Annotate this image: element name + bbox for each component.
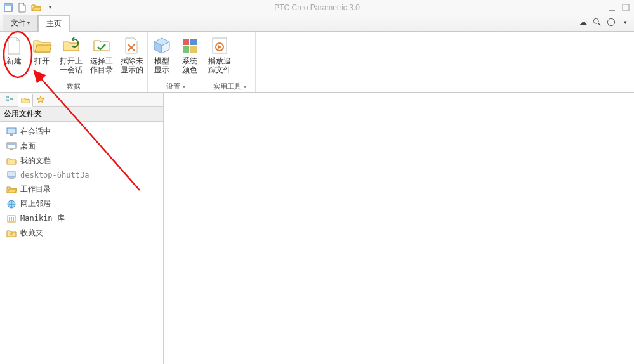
svg-rect-21 bbox=[8, 172, 15, 177]
tree-item-network[interactable]: 网上邻居 bbox=[4, 197, 159, 211]
qat-new-window-icon[interactable] bbox=[3, 2, 14, 13]
svg-rect-19 bbox=[7, 143, 16, 145]
svg-rect-20 bbox=[10, 149, 13, 150]
open-last-session-label: 打开上 一会话 bbox=[60, 57, 83, 75]
maximize-icon[interactable] bbox=[621, 3, 630, 12]
svg-point-4 bbox=[593, 18, 598, 23]
tree-item-favorites[interactable]: 收藏夹 bbox=[4, 226, 159, 240]
minimize-icon[interactable] bbox=[607, 3, 616, 12]
erase-label: 拭除未 显示的 bbox=[121, 57, 143, 75]
tree-item-label: 在会话中 bbox=[20, 126, 51, 137]
new-button[interactable]: 新建 bbox=[0, 34, 28, 81]
model-display-button[interactable]: 模型 显示 bbox=[148, 34, 176, 81]
user-dropdown-icon[interactable] bbox=[606, 17, 616, 27]
svg-rect-17 bbox=[10, 134, 13, 136]
caret-down-icon: ▾ bbox=[244, 84, 246, 89]
sidebar-header: 公用文件夹 bbox=[0, 107, 163, 122]
open-folder-icon bbox=[32, 36, 52, 56]
more-caret-icon[interactable]: ▾ bbox=[620, 17, 630, 27]
open-last-session-icon bbox=[61, 36, 81, 56]
erase-not-displayed-button[interactable]: 拭除未 显示的 bbox=[117, 34, 147, 81]
caret-down-icon: ▾ bbox=[183, 84, 185, 89]
window-controls bbox=[607, 3, 634, 12]
sidebar-tab-folders[interactable] bbox=[18, 94, 33, 107]
tab-file[interactable]: 文件 ▾ bbox=[3, 15, 38, 31]
system-colors-button[interactable]: 系统 颜色 bbox=[176, 34, 204, 81]
model-display-icon bbox=[152, 36, 172, 56]
svg-line-5 bbox=[598, 23, 601, 26]
svg-rect-25 bbox=[9, 217, 10, 221]
svg-rect-15 bbox=[10, 98, 13, 100]
monitor-icon bbox=[6, 127, 17, 137]
main-area: 公用文件夹 在会话中 桌面 我的文档 desktop-6hutt3a 工作目录 bbox=[0, 93, 634, 364]
svg-rect-8 bbox=[190, 39, 197, 45]
tab-home[interactable]: 主页 bbox=[38, 15, 70, 32]
tree-item-my-documents[interactable]: 我的文档 bbox=[4, 153, 159, 168]
desktop-icon bbox=[6, 141, 17, 152]
qat-new-file-icon[interactable] bbox=[17, 2, 28, 13]
qat-dropdown-caret-icon[interactable]: ▾ bbox=[44, 2, 56, 13]
svg-rect-7 bbox=[183, 39, 189, 45]
ribbon-group-data-label: 数据 bbox=[0, 81, 147, 92]
sidebar-tabs bbox=[0, 93, 163, 107]
play-trail-icon bbox=[209, 36, 230, 56]
tree-item-label: desktop-6hutt3a bbox=[20, 171, 89, 179]
svg-rect-16 bbox=[7, 128, 16, 134]
title-bar: ▾ PTC Creo Parametric 3.0 bbox=[0, 0, 634, 15]
svg-rect-26 bbox=[11, 217, 12, 221]
network-icon bbox=[6, 199, 17, 209]
tree-item-desktop[interactable]: 桌面 bbox=[4, 139, 159, 153]
svg-rect-3 bbox=[623, 4, 629, 11]
tree-item-label: Manikin 库 bbox=[20, 213, 65, 224]
ribbon-tabstrip: 文件 ▾ 主页 ☁ ▾ bbox=[0, 15, 634, 32]
erase-icon bbox=[122, 36, 142, 56]
tree-item-label: 网上邻居 bbox=[20, 198, 51, 209]
svg-rect-13 bbox=[6, 96, 9, 98]
favorites-icon bbox=[6, 228, 17, 238]
svg-point-6 bbox=[607, 18, 614, 25]
svg-rect-10 bbox=[190, 46, 197, 53]
tree-item-label: 收藏夹 bbox=[20, 228, 43, 238]
ribbon-group-settings: 模型 显示 系统 颜色 设置▾ bbox=[148, 32, 204, 92]
open-last-session-button[interactable]: 打开上 一会话 bbox=[56, 34, 86, 81]
svg-rect-14 bbox=[6, 100, 9, 101]
cloud-icon[interactable]: ☁ bbox=[578, 17, 588, 27]
svg-rect-1 bbox=[4, 4, 12, 6]
svg-rect-22 bbox=[9, 178, 14, 179]
sidebar-tab-tree[interactable] bbox=[3, 93, 18, 106]
content-pane bbox=[164, 93, 634, 364]
sidebar: 公用文件夹 在会话中 桌面 我的文档 desktop-6hutt3a 工作目录 bbox=[0, 93, 164, 364]
quick-access-toolbar: ▾ bbox=[0, 2, 58, 13]
tree-item-computer[interactable]: desktop-6hutt3a bbox=[4, 168, 159, 182]
system-colors-icon bbox=[180, 36, 200, 56]
caret-down-icon: ▾ bbox=[27, 20, 30, 26]
tree-item-working-dir[interactable]: 工作目录 bbox=[4, 182, 159, 197]
app-title: PTC Creo Parametric 3.0 bbox=[274, 3, 360, 12]
tree-item-label: 我的文档 bbox=[20, 155, 51, 166]
new-file-icon bbox=[4, 36, 24, 56]
ribbon-group-utilities: 播放追 踪文件 实用工具▾ bbox=[204, 32, 256, 92]
tree-item-in-session[interactable]: 在会话中 bbox=[4, 124, 159, 139]
tab-file-label: 文件 bbox=[11, 18, 26, 29]
open-button[interactable]: 打开 bbox=[28, 34, 56, 81]
svg-rect-9 bbox=[183, 46, 189, 53]
ribbon-group-settings-label: 设置▾ bbox=[148, 81, 204, 92]
play-trail-label: 播放追 踪文件 bbox=[208, 57, 231, 75]
qat-open-folder-icon[interactable] bbox=[30, 2, 42, 13]
open-button-label: 打开 bbox=[34, 57, 50, 66]
ribbon: 新建 打开 打开上 一会话 选择工 作目录 拭除未 显示的 数据 bbox=[0, 32, 634, 93]
select-wd-icon bbox=[91, 36, 112, 56]
library-icon bbox=[6, 214, 17, 224]
system-colors-label: 系统 颜色 bbox=[182, 57, 197, 75]
tab-home-label: 主页 bbox=[46, 18, 62, 29]
sidebar-tab-favorites[interactable] bbox=[33, 93, 48, 106]
search-icon[interactable] bbox=[592, 17, 602, 27]
tree-item-label: 桌面 bbox=[20, 141, 36, 152]
model-display-label: 模型 显示 bbox=[154, 57, 169, 75]
tree-item-manikin-lib[interactable]: Manikin 库 bbox=[4, 211, 159, 226]
select-working-dir-button[interactable]: 选择工 作目录 bbox=[86, 34, 117, 81]
folder-icon bbox=[6, 156, 17, 166]
play-trail-file-button[interactable]: 播放追 踪文件 bbox=[204, 34, 235, 81]
folder-tree: 在会话中 桌面 我的文档 desktop-6hutt3a 工作目录 网上邻居 bbox=[0, 122, 163, 364]
computer-icon bbox=[6, 170, 17, 180]
